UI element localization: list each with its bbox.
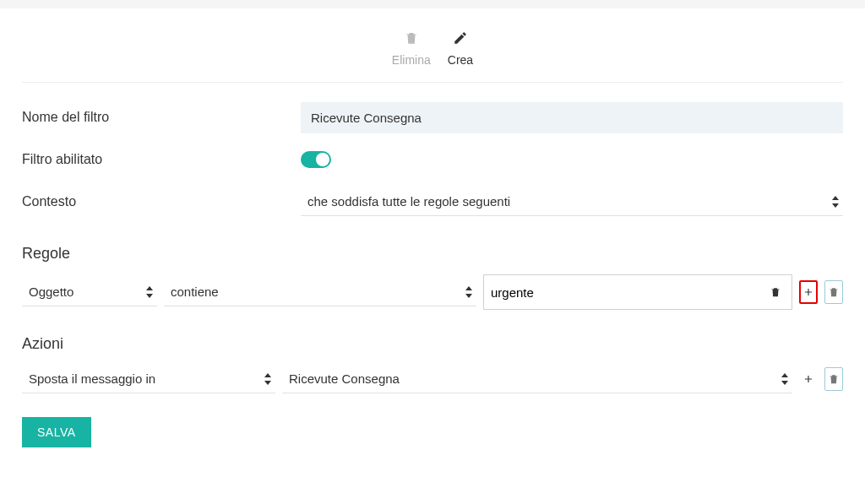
top-bar: [0, 0, 865, 8]
rule-clear-button[interactable]: [766, 280, 785, 304]
rule-field-value: Oggetto: [29, 285, 73, 299]
tab-delete-label: Elimina: [392, 53, 431, 67]
rule-add-button[interactable]: [799, 280, 818, 304]
tab-delete: Elimina: [392, 30, 431, 67]
filter-enabled-label: Filtro abilitato: [22, 152, 301, 167]
action-row: Sposta il messaggio in Ricevute Consegna: [7, 365, 858, 393]
action-target-select[interactable]: Ricevute Consegna: [282, 365, 792, 393]
rule-delete-button[interactable]: [824, 280, 843, 304]
pencil-icon: [453, 30, 468, 48]
rule-operator-select[interactable]: contiene: [164, 278, 476, 306]
action-type-select[interactable]: Sposta il messaggio in: [22, 365, 275, 393]
tab-create[interactable]: Crea: [448, 30, 473, 67]
sort-icon: [831, 196, 840, 208]
context-select[interactable]: che soddisfa tutte le regole seguenti: [301, 187, 843, 216]
sort-icon: [145, 286, 154, 298]
tab-bar: Elimina Crea: [7, 8, 858, 82]
rule-value-wrap: [483, 274, 792, 310]
filter-name-input[interactable]: [301, 102, 843, 133]
rule-row: Oggetto contiene: [7, 274, 858, 310]
sort-icon: [264, 373, 272, 385]
context-value: che soddisfa tutte le regole seguenti: [307, 194, 510, 209]
rule-field-select[interactable]: Oggetto: [22, 278, 157, 306]
rule-value-input[interactable]: [491, 285, 761, 300]
filter-name-label: Nome del filtro: [22, 110, 301, 125]
action-target-value: Ricevute Consegna: [289, 371, 400, 386]
context-label: Contesto: [22, 194, 301, 209]
rule-operator-value: contiene: [171, 285, 219, 299]
save-button[interactable]: SALVA: [22, 417, 91, 447]
rules-title: Regole: [7, 245, 858, 263]
action-delete-button[interactable]: [824, 367, 843, 391]
filter-enabled-toggle[interactable]: [301, 151, 331, 168]
sort-icon: [781, 373, 789, 385]
trash-icon: [404, 30, 419, 48]
action-add-button[interactable]: [799, 367, 818, 391]
tab-create-label: Crea: [448, 53, 473, 67]
sort-icon: [465, 286, 473, 298]
action-type-value: Sposta il messaggio in: [29, 371, 155, 386]
actions-title: Azioni: [7, 335, 858, 353]
